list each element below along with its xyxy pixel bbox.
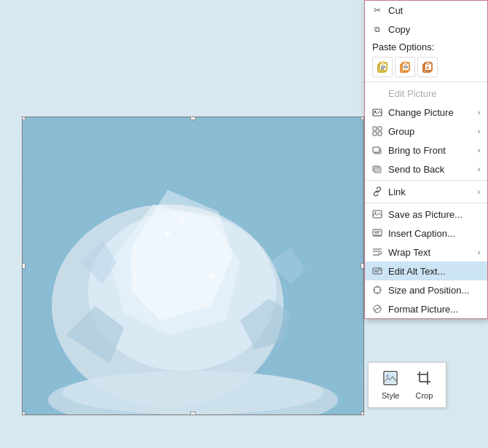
menu-item-cut[interactable]: ✂ Cut <box>365 1 487 20</box>
menu-item-size-and-position[interactable]: Size and Position... <box>365 280 487 299</box>
svg-point-19 <box>195 246 198 249</box>
copy-label: Copy <box>388 24 480 35</box>
handle-br[interactable] <box>361 412 364 415</box>
svg-point-18 <box>165 231 170 235</box>
handle-tl[interactable] <box>22 117 25 120</box>
change-picture-icon <box>371 106 384 119</box>
edit-picture-icon <box>371 87 384 100</box>
group-arrow: › <box>478 127 480 135</box>
svg-rect-43 <box>378 132 382 135</box>
handle-tc[interactable] <box>190 117 196 120</box>
wrap-text-label: Wrap Text <box>388 247 475 258</box>
handle-bl[interactable] <box>22 412 25 415</box>
svg-rect-40 <box>373 127 377 130</box>
size-and-position-icon <box>371 283 384 296</box>
separator-2 <box>365 180 487 181</box>
edit-alt-text-label: Edit Alt Text... <box>388 266 480 277</box>
save-as-picture-icon <box>371 208 384 221</box>
menu-item-link[interactable]: Link › <box>365 182 487 201</box>
send-to-back-arrow: › <box>478 165 480 173</box>
svg-point-17 <box>63 371 323 414</box>
svg-rect-42 <box>373 132 377 135</box>
context-menu: ✂ Cut ⧉ Copy Paste Options: <box>364 0 488 319</box>
menu-item-copy[interactable]: ⧉ Copy <box>365 20 487 39</box>
ice-svg <box>23 117 363 414</box>
menu-item-send-to-back[interactable]: Send to Back › <box>365 160 487 178</box>
link-icon <box>371 185 384 198</box>
svg-point-69 <box>386 374 389 377</box>
insert-caption-label: Insert Caption... <box>388 228 480 239</box>
svg-rect-31 <box>404 62 407 64</box>
menu-item-group[interactable]: Group › <box>365 122 487 141</box>
svg-point-49 <box>375 212 377 213</box>
svg-rect-50 <box>373 229 382 235</box>
menu-item-change-picture[interactable]: Change Picture › <box>365 103 487 122</box>
crop-label: Crop <box>415 391 433 400</box>
format-picture-label: Format Picture... <box>388 304 480 315</box>
handle-ml[interactable] <box>22 263 25 269</box>
crop-icon <box>416 370 432 390</box>
svg-rect-47 <box>374 168 381 173</box>
menu-item-wrap-text[interactable]: Wrap Text › <box>365 243 487 262</box>
bring-to-front-label: Bring to Front <box>388 145 475 156</box>
send-to-back-label: Send to Back <box>388 164 475 175</box>
paste-icon-3: A <box>422 61 433 73</box>
format-picture-icon <box>371 302 384 315</box>
change-picture-label: Change Picture <box>388 107 475 118</box>
menu-item-edit-picture: Edit Picture <box>365 84 487 103</box>
group-label: Group <box>388 126 475 137</box>
svg-rect-25 <box>381 62 385 64</box>
style-button[interactable]: Style <box>376 367 405 403</box>
link-label: Link <box>388 186 475 197</box>
paste-options-row: A <box>365 54 487 80</box>
change-picture-arrow: › <box>478 109 480 117</box>
paste-icon-1 <box>377 61 388 73</box>
menu-item-save-as-picture[interactable]: Save as Picture... <box>365 205 487 224</box>
paste-icon-2 <box>399 61 411 73</box>
group-icon <box>371 125 384 138</box>
size-and-position-label: Size and Position... <box>388 285 480 296</box>
style-label: Style <box>382 391 399 400</box>
edit-picture-label: Edit Picture <box>388 88 480 99</box>
svg-text:A: A <box>378 267 381 272</box>
save-as-picture-label: Save as Picture... <box>388 209 480 220</box>
paste-options-label: Paste Options: <box>372 42 434 52</box>
crop-button[interactable]: Crop <box>409 367 438 403</box>
svg-text:A: A <box>426 66 430 70</box>
bring-to-front-arrow: › <box>478 146 480 154</box>
svg-rect-41 <box>378 127 382 130</box>
separator-3 <box>365 203 487 203</box>
cut-label: Cut <box>388 5 480 16</box>
paste-btn-2[interactable] <box>395 57 415 77</box>
paste-btn-3[interactable]: A <box>417 57 438 77</box>
wrap-text-arrow: › <box>478 248 480 256</box>
wrap-text-icon <box>371 245 384 259</box>
menu-item-bring-to-front[interactable]: Bring to Front › <box>365 141 487 160</box>
bring-to-front-icon <box>371 144 384 157</box>
copy-icon: ⧉ <box>371 23 384 36</box>
paste-options-section: Paste Options: <box>365 39 487 54</box>
link-arrow: › <box>478 188 480 196</box>
edit-alt-text-icon: A <box>371 264 384 278</box>
svg-point-20 <box>151 268 154 271</box>
insert-caption-icon <box>371 227 384 240</box>
separator-1 <box>365 82 487 82</box>
menu-item-edit-alt-text[interactable]: A Edit Alt Text... <box>365 262 487 280</box>
ice-image[interactable]: ↺ <box>22 117 364 415</box>
svg-rect-61 <box>374 287 380 293</box>
paste-btn-1[interactable] <box>372 57 393 77</box>
svg-point-21 <box>209 275 213 279</box>
svg-rect-36 <box>426 62 430 64</box>
menu-item-insert-caption[interactable]: Insert Caption... <box>365 224 487 243</box>
handle-bc[interactable] <box>190 412 196 415</box>
bottom-toolbar: Style Crop <box>368 362 446 408</box>
svg-rect-45 <box>373 147 379 152</box>
style-icon <box>382 370 398 390</box>
send-to-back-icon <box>371 162 384 176</box>
menu-item-format-picture[interactable]: Format Picture... <box>365 299 487 318</box>
svg-point-22 <box>181 217 184 220</box>
cut-icon: ✂ <box>371 4 384 17</box>
